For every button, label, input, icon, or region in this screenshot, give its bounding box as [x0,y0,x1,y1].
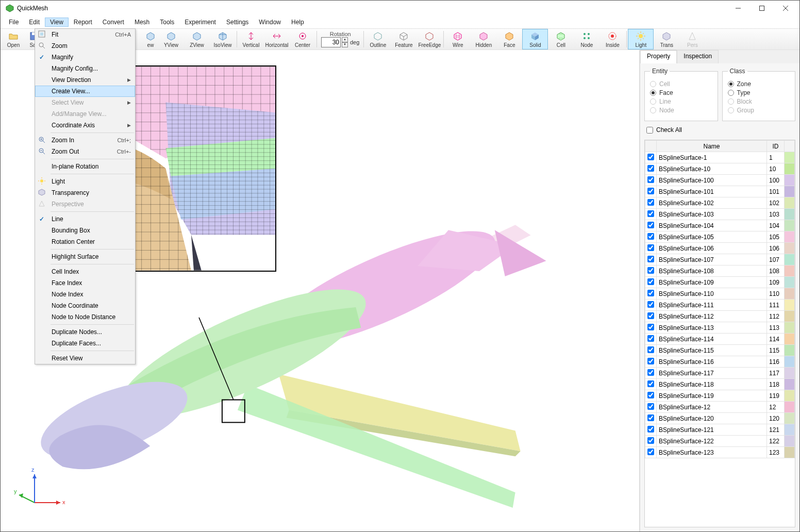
row-checkbox[interactable] [647,312,654,319]
check-all-row[interactable]: Check All [646,126,795,134]
table-row[interactable]: BSplineSurface-1010 [645,163,795,175]
cell-button[interactable]: Cell [548,29,574,49]
table-row[interactable]: BSplineSurface-1212 [645,402,795,413]
window-maximize-button[interactable] [750,1,774,16]
row-checkbox[interactable] [647,188,654,194]
table-row[interactable]: BSplineSurface-105105 [645,231,795,243]
horizontal-button[interactable]: Horizontal [264,29,290,49]
view-menu-light[interactable]: Light [35,176,135,187]
table-row[interactable]: BSplineSurface-109109 [645,277,795,288]
row-checkbox[interactable] [647,256,654,262]
menu-settings[interactable]: Settings [221,18,254,27]
view-menu-in-plane-rotation[interactable]: In-plane Rotation [35,161,135,172]
view-menu-cell-index[interactable]: Cell Index [35,266,135,277]
view-menu-reset-view[interactable]: Reset View [35,353,135,364]
table-row[interactable]: BSplineSurface-107107 [645,254,795,265]
yview-button[interactable]: YView [158,29,184,49]
row-checkbox[interactable] [647,210,654,217]
table-row[interactable]: BSplineSurface-102102 [645,197,795,209]
center-button[interactable]: Center [290,29,315,49]
inside-button[interactable]: Inside [599,29,625,49]
table-row[interactable]: BSplineSurface-112112 [645,311,795,322]
row-checkbox[interactable] [647,414,654,421]
view-menu-dropdown[interactable]: FitCtrl+AZoom✓MagnifyMagnify Config...Vi… [35,28,136,364]
row-checkbox[interactable] [647,426,654,433]
row-checkbox[interactable] [647,290,654,296]
row-checkbox[interactable] [647,222,654,228]
menu-tools[interactable]: Tools [155,18,179,27]
view-menu-node-to-node-distance[interactable]: Node to Node Distance [35,311,135,323]
row-checkbox[interactable] [647,403,654,410]
view-menu-zoom[interactable]: Zoom [35,40,135,52]
table-row[interactable]: BSplineSurface-122122 [645,436,795,447]
row-checkbox[interactable] [647,233,654,240]
table-row[interactable]: BSplineSurface-119119 [645,390,795,402]
table-row[interactable]: BSplineSurface-103103 [645,209,795,220]
row-checkbox[interactable] [647,437,654,444]
table-row[interactable]: BSplineSurface-108108 [645,265,795,277]
hidden-button[interactable]: Hidden [471,29,496,49]
menu-edit[interactable]: Edit [24,18,45,27]
tab-inspection[interactable]: Inspection [677,50,719,63]
table-row[interactable]: BSplineSurface-121121 [645,424,795,436]
menu-file[interactable]: File [4,18,24,27]
view-menu-magnify[interactable]: ✓Magnify [35,52,135,63]
table-row[interactable]: BSplineSurface-104104 [645,220,795,231]
table-row[interactable]: BSplineSurface-110110 [645,288,795,300]
menu-convert[interactable]: Convert [97,18,129,27]
rotation-spin-down[interactable]: ▼ [342,42,348,47]
view-menu-rotation-center[interactable]: Rotation Center [35,236,135,247]
row-checkbox[interactable] [647,165,654,172]
trans-button[interactable]: Trans [654,29,679,49]
view-menu-node-coordinate[interactable]: Node Coordinate [35,300,135,311]
vertical-button[interactable]: Vertical [238,29,264,49]
view-menu-highlight-surface[interactable]: Highlight Surface [35,251,135,262]
zview-button[interactable]: ZView [184,29,210,49]
row-checkbox[interactable] [647,301,654,308]
entity-radio-face[interactable]: Face [650,89,712,96]
table-row[interactable]: BSplineSurface-123123 [645,447,795,458]
row-checkbox[interactable] [647,324,654,330]
row-checkbox[interactable] [647,267,654,274]
pers-button[interactable]: Pers [679,29,705,49]
wire-button[interactable]: Wire [445,29,471,49]
menu-mesh[interactable]: Mesh [129,18,155,27]
column-name[interactable]: Name [657,141,767,152]
table-row[interactable]: BSplineSurface-114114 [645,334,795,345]
window-minimize-button[interactable] [726,1,750,16]
view-menu-node-index[interactable]: Node Index [35,289,135,300]
class-radio-zone[interactable]: Zone [728,80,790,88]
table-row[interactable]: BSplineSurface-100100 [645,175,795,186]
table-row[interactable]: BSplineSurface-120120 [645,413,795,424]
check-all-checkbox[interactable] [646,127,653,134]
table-row[interactable]: BSplineSurface-101101 [645,186,795,197]
outline-button[interactable]: Outline [365,29,391,49]
table-row[interactable]: BSplineSurface-11 [645,152,795,163]
menu-experiment[interactable]: Experiment [179,18,221,27]
view-menu-duplicate-faces[interactable]: Duplicate Faces... [35,338,135,349]
row-checkbox[interactable] [647,199,654,206]
solid-button[interactable]: Solid [522,29,548,49]
view-menu-create-view[interactable]: Create View... [35,86,135,97]
rotation-input[interactable] [321,37,341,47]
row-checkbox[interactable] [647,358,654,364]
view-menu-fit[interactable]: FitCtrl+A [35,29,135,40]
open-button[interactable]: Open [1,29,26,49]
row-checkbox[interactable] [647,244,654,251]
menu-help[interactable]: Help [286,18,309,27]
table-row[interactable]: BSplineSurface-111111 [645,300,795,311]
row-checkbox[interactable] [647,392,654,398]
table-row[interactable]: BSplineSurface-118118 [645,379,795,390]
table-row[interactable]: BSplineSurface-117117 [645,368,795,379]
view-menu-line[interactable]: ✓Line [35,213,135,225]
window-close-button[interactable] [774,1,797,16]
view-menu-duplicate-nodes[interactable]: Duplicate Nodes... [35,326,135,338]
freeedge-button[interactable]: FreeEdge [416,29,442,49]
table-row[interactable]: BSplineSurface-113113 [645,322,795,334]
row-checkbox[interactable] [647,346,654,353]
partial-view-button[interactable]: ew [143,29,158,49]
view-menu-transparency[interactable]: Transparency [35,187,135,198]
face-button[interactable]: Face [496,29,522,49]
column-check[interactable] [645,141,657,152]
row-checkbox[interactable] [647,154,654,160]
